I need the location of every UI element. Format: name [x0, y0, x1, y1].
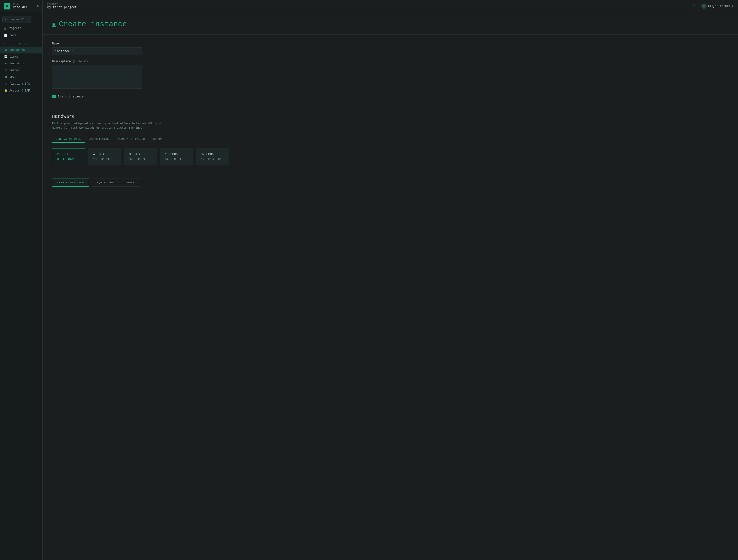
- sidebar-item-label: Access & IAM: [9, 89, 30, 92]
- sidebar-item-snapshots[interactable]: ≡ Snapshots: [0, 60, 42, 67]
- hardware-section: Hardware Pick a pre-configured machine t…: [43, 106, 738, 173]
- sidebar-item-label: Snapshots: [9, 62, 25, 65]
- logo-icon: N: [4, 3, 10, 9]
- name-label: Name: [52, 42, 142, 45]
- project-label: PROJECT: [47, 3, 77, 5]
- sidebar-item-floating-ips[interactable]: ◎ Floating IPs: [0, 80, 42, 87]
- hw-card-cpu-label: 32 CPUs: [201, 152, 224, 156]
- header-left: N SILO Maze War ⇅ PROJECT my-first-proje…: [0, 0, 82, 12]
- tab-cpu-optimized[interactable]: CPU-OPTIMIZED: [85, 136, 114, 143]
- hw-card-32cpu[interactable]: 32 CPUs 128 GiB RAM: [196, 148, 229, 165]
- sidebar-item-label: Instances: [9, 48, 25, 52]
- hardware-cards: 2 CPUs 8 GiB RAM 4 CPUs 16 GiB RAM 8 CPU…: [52, 148, 729, 165]
- page-title: ▣ Create instance: [52, 20, 729, 29]
- name-input[interactable]: [52, 47, 142, 55]
- silo-name: Maze War: [13, 5, 27, 9]
- sidebar-item-projects[interactable]: ▤ Projects: [0, 25, 42, 32]
- projects-icon: ▤: [4, 26, 6, 30]
- start-instance-label: Start instance: [58, 95, 83, 98]
- hw-card-8cpu[interactable]: 8 CPUs 32 GiB RAM: [124, 148, 157, 165]
- hw-card-2cpu[interactable]: 2 CPUs 8 GiB RAM: [52, 148, 85, 165]
- user-menu-button[interactable]: e elijah.hardin ▾: [701, 4, 733, 9]
- project-area: PROJECT my-first-project: [43, 0, 82, 12]
- hardware-title: Hardware: [52, 114, 729, 119]
- description-group: Description (Optional): [52, 60, 142, 90]
- hw-card-cpu-label: 8 CPUs: [129, 152, 152, 156]
- logo-text: SILO Maze War: [13, 3, 27, 9]
- user-chevron-icon: ▾: [732, 4, 733, 8]
- bottom-actions: CREATE INSTANCE EQUIVALENT CLI COMMAND: [43, 173, 738, 192]
- cli-command-button[interactable]: EQUIVALENT CLI COMMAND: [92, 178, 141, 186]
- access-iam-icon: 🔒: [4, 89, 8, 92]
- start-instance-row[interactable]: ✓ Start instance: [52, 95, 729, 98]
- jump-to-button[interactable]: ⊕ JUMP TO CMD+K: [2, 16, 31, 23]
- tab-general-purpose[interactable]: GENERAL PURPOSE: [52, 136, 85, 143]
- description-textarea[interactable]: [52, 65, 142, 89]
- jump-to-left: ⊕ JUMP TO: [5, 18, 19, 21]
- sidebar: ⊕ JUMP TO CMD+K ▤ Projects 📄 Docs MY-FIR…: [0, 12, 43, 560]
- sidebar-item-label: Floating IPs: [9, 82, 30, 86]
- sidebar-item-instances[interactable]: ▣ Instances: [0, 47, 42, 53]
- instances-icon: ▣: [4, 48, 8, 52]
- images-icon: ⬡: [4, 69, 8, 72]
- sidebar-section-label: MY-FIRST-PROJECT: [0, 39, 42, 47]
- main-layout: ⊕ JUMP TO CMD+K ▤ Projects 📄 Docs MY-FIR…: [0, 12, 738, 560]
- sidebar-item-label: Docs: [9, 34, 16, 37]
- username-label: elijah.hardin: [708, 4, 730, 8]
- description-label: Description (Optional): [52, 60, 142, 63]
- global-nav: ▤ Projects 📄 Docs: [0, 25, 42, 39]
- sidebar-item-disks[interactable]: 💾 Disks: [0, 53, 42, 60]
- docs-icon: 📄: [4, 34, 8, 37]
- hw-card-ram-label: 64 GiB RAM: [165, 157, 188, 161]
- sidebar-item-docs[interactable]: 📄 Docs: [0, 32, 42, 39]
- name-group: Name: [52, 42, 142, 55]
- main-content: ▣ Create instance Name Description (Opti…: [43, 12, 738, 560]
- create-instance-button[interactable]: CREATE INSTANCE: [52, 178, 89, 186]
- hw-card-4cpu[interactable]: 4 CPUs 16 GiB RAM: [88, 148, 121, 165]
- hw-card-cpu-label: 4 CPUs: [93, 152, 116, 156]
- hw-card-cpu-label: 2 CPUs: [57, 152, 80, 156]
- snapshots-icon: ≡: [4, 62, 8, 65]
- silo-label: SILO: [13, 3, 27, 5]
- project-name: my-first-project: [47, 5, 77, 9]
- hardware-tabs: GENERAL PURPOSE CPU-OPTIMIZED MEMORY-OPT…: [52, 136, 729, 143]
- hw-card-cpu-label: 16 CPUs: [165, 152, 188, 156]
- page-title-text: Create instance: [59, 20, 127, 29]
- sidebar-item-label: VPCs: [9, 75, 16, 79]
- jump-to-label: JUMP TO: [8, 18, 19, 21]
- tab-custom[interactable]: CUSTOM: [148, 136, 166, 143]
- hw-card-ram-label: 8 GiB RAM: [57, 157, 80, 161]
- logo-area[interactable]: N SILO Maze War ⇅: [0, 0, 43, 12]
- hardware-description: Pick a pre-configured machine type that …: [52, 121, 165, 130]
- instance-icon: ▣: [52, 20, 56, 28]
- sidebar-item-vpcs[interactable]: ⧉ VPCs: [0, 74, 42, 80]
- avatar: e: [701, 4, 707, 9]
- hw-card-ram-label: 32 GiB RAM: [129, 157, 152, 161]
- sidebar-item-access-iam[interactable]: 🔒 Access & IAM: [0, 87, 42, 94]
- header-right: ? e elijah.hardin ▾: [692, 3, 733, 9]
- form-section: Name Description (Optional) ✓ Start inst…: [43, 35, 738, 106]
- floating-ips-icon: ◎: [4, 82, 8, 86]
- disks-icon: 💾: [4, 55, 8, 59]
- project-nav: ▣ Instances 💾 Disks ≡ Snapshots ⬡ Images…: [0, 47, 42, 94]
- vpcs-icon: ⧉: [4, 75, 8, 79]
- hw-card-16cpu[interactable]: 16 CPUs 64 GiB RAM: [160, 148, 193, 165]
- chevron-down-icon: ⇅: [37, 4, 39, 8]
- checkbox-checked-icon: ✓: [52, 95, 56, 98]
- optional-label: (Optional): [72, 60, 88, 63]
- search-icon: ⊕: [5, 18, 7, 21]
- tab-memory-optimized[interactable]: MEMORY-OPTIMIZED: [114, 136, 149, 143]
- sidebar-item-label: Projects: [8, 27, 21, 30]
- sidebar-item-label: Images: [9, 69, 20, 72]
- sidebar-item-label: Disks: [9, 55, 18, 59]
- top-header: N SILO Maze War ⇅ PROJECT my-first-proje…: [0, 0, 738, 12]
- hw-card-ram-label: 16 GiB RAM: [93, 157, 116, 161]
- hw-card-ram-label: 128 GiB RAM: [201, 157, 224, 161]
- sidebar-item-images[interactable]: ⬡ Images: [0, 67, 42, 74]
- jump-to-shortcut: CMD+K: [19, 18, 28, 21]
- page-header: ▣ Create instance: [43, 12, 738, 35]
- help-button[interactable]: ?: [692, 3, 699, 9]
